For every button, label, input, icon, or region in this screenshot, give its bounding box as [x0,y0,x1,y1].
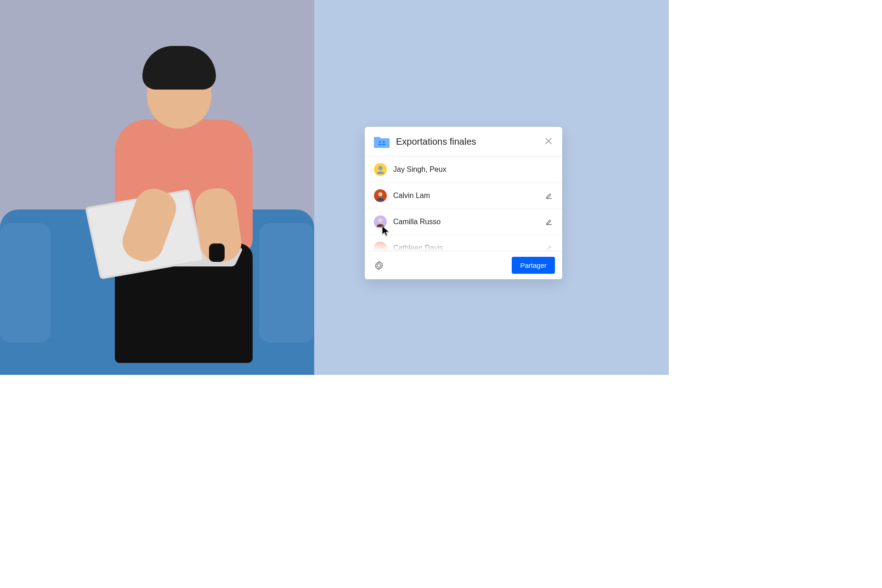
recipient-input[interactable] [393,165,553,174]
avatar [374,189,387,202]
person-name: Camilla Russo [393,218,538,226]
share-dialog: Exportations finales Calv [365,127,562,279]
svg-point-1 [383,141,385,143]
svg-point-2 [379,166,383,170]
svg-point-3 [379,192,383,197]
avatar [374,215,387,228]
settings-button[interactable] [372,259,386,272]
edit-icon[interactable] [545,192,553,200]
gear-icon [374,260,384,271]
dialog-title: Exportations finales [396,136,537,147]
input-avatar [374,163,387,176]
svg-point-4 [379,218,383,222]
svg-point-0 [379,141,381,143]
dialog-footer: Partager [365,251,562,279]
edit-icon[interactable] [545,218,553,226]
shared-folder-icon [374,135,390,148]
promo-photo [0,0,314,375]
promo-background: Exportations finales Calv [314,0,669,375]
close-button[interactable] [544,137,553,146]
list-item[interactable]: Camilla Russo [365,209,562,235]
dialog-header: Exportations finales [365,127,562,157]
list-item[interactable]: Calvin Lam [365,183,562,209]
suggestion-list: Calvin Lam Camilla Russo [365,183,562,251]
recipient-input-row[interactable] [365,157,562,183]
close-icon [545,137,552,146]
person-name: Calvin Lam [393,192,538,200]
share-button[interactable]: Partager [512,257,555,274]
